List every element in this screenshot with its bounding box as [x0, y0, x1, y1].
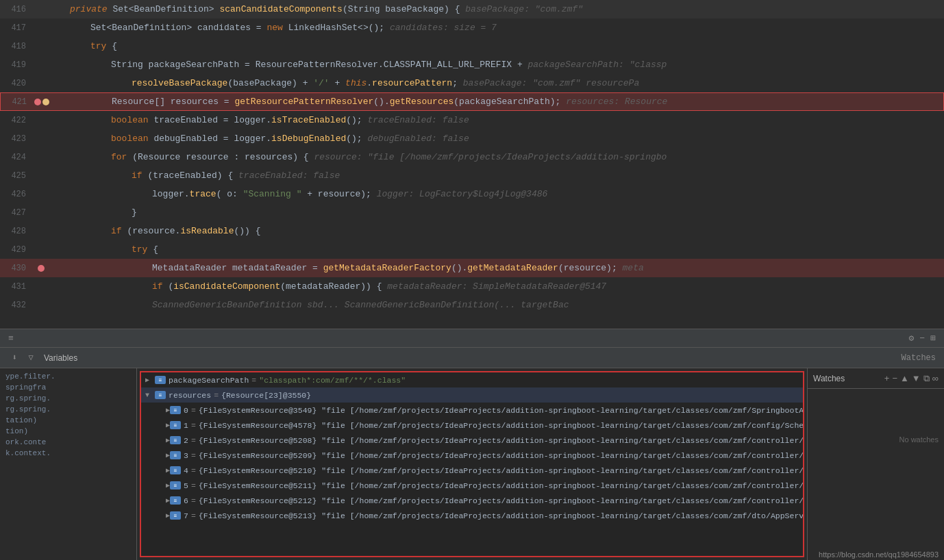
var-type-icon: ≡	[170, 421, 181, 429]
watches-panel: Watches + − ▲ ▼ ⧉ ∞ No watches	[807, 368, 944, 560]
breakpoint-icon	[38, 265, 45, 272]
line-gutter	[33, 265, 49, 272]
code-line-430[interactable]: 430MetadataReader metadataReader = getMe…	[0, 259, 944, 277]
remove-watch-button[interactable]: −	[892, 373, 897, 384]
equals: =	[191, 436, 196, 445]
left-panel-item: springfra	[0, 382, 136, 393]
var-type-icon: ≡	[170, 511, 181, 520]
var-type-icon: ≡	[170, 481, 181, 489]
resource-item-2[interactable]: ▶ ≡ 2 = {FileSystemResource@5208} "file …	[141, 433, 803, 448]
no-watches-text: No watches	[808, 430, 944, 449]
gear-icon[interactable]: ⚙	[909, 333, 915, 344]
var-resources-name: resources={Resource[23]@3550}	[169, 391, 311, 400]
minus-icon[interactable]: −	[919, 333, 925, 344]
line-number: 430	[0, 264, 33, 273]
code-line-432[interactable]: 432ScannedGenericBeanDefinition sbd... S…	[0, 296, 944, 314]
resource-item-1[interactable]: ▶ ≡ 1 = {FileSystemResource@4578} "file …	[141, 418, 803, 433]
resource-item-5[interactable]: ▶ ≡ 5 = {FileSystemResource@5211} "file …	[141, 478, 803, 493]
code-line-418[interactable]: 418try {	[0, 37, 944, 55]
var-type-icon: ≡	[170, 406, 181, 414]
line-content: for (Resource resource : resources) { re…	[49, 148, 944, 166]
infinite-watch-button[interactable]: ∞	[932, 373, 939, 384]
line-content: Set<BeanDefinition> candidates = new Lin…	[49, 18, 944, 37]
warning-icon	[42, 99, 49, 105]
watches-header-title: Watches	[813, 374, 845, 383]
debug-panel: ⬇ ▽ Variables Watches ype.filter.springf…	[0, 348, 944, 560]
var-type-icon: ≡	[170, 436, 181, 444]
filter-button[interactable]: ▽	[25, 352, 37, 364]
resource-item-6[interactable]: ▶ ≡ 6 = {FileSystemResource@5212} "file …	[141, 493, 803, 508]
item-index: 5	[184, 481, 188, 490]
line-number: 421	[1, 97, 34, 107]
var-package-search-path[interactable]: ▶ ≡ packageSearchPath="classpath*:com/zm…	[141, 372, 803, 387]
line-number: 417	[0, 23, 33, 33]
line-content: boolean debugEnabled = logger.isDebugEna…	[49, 129, 944, 148]
left-panel-item: tation)	[0, 415, 136, 426]
debug-main-panel: ▶ ≡ packageSearchPath="classpath*:com/zm…	[137, 368, 807, 560]
left-panel-item: rg.spring.	[0, 393, 136, 404]
code-line-419[interactable]: 419String packageSearchPath = ResourcePa…	[0, 55, 944, 74]
equals: =	[191, 496, 196, 505]
equals: =	[191, 466, 196, 475]
line-number: 418	[0, 42, 33, 51]
item-value: {FileSystemResource@5213} "file [/home/z…	[199, 511, 804, 520]
line-content: if (isCandidateComponent(metadataReader)…	[49, 277, 944, 296]
up-watch-button[interactable]: ▲	[900, 373, 909, 384]
var-type-icon: ≡	[155, 376, 166, 384]
code-line-421[interactable]: 421Resource[] resources = getResourcePat…	[0, 92, 944, 111]
code-line-424[interactable]: 424for (Resource resource : resources) {…	[0, 148, 944, 166]
item-value: {FileSystemResource@5212} "file [/home/z…	[199, 496, 804, 505]
step-down-button[interactable]: ⬇	[8, 352, 21, 364]
equals: =	[191, 451, 196, 460]
code-line-425[interactable]: 425if (traceEnabled) { traceEnabled: fal…	[0, 166, 944, 185]
code-line-416[interactable]: 416private Set<BeanDefinition> scanCandi…	[0, 0, 944, 18]
branding-text: https://blog.csdn.net/qq1984654893	[819, 550, 939, 559]
code-line-431[interactable]: 431if (isCandidateComponent(metadataRead…	[0, 277, 944, 296]
add-watch-button[interactable]: +	[884, 373, 890, 384]
copy-watch-button[interactable]: ⧉	[923, 373, 930, 384]
var-type-icon: ≡	[170, 466, 181, 474]
debug-header-left: ⬇ ▽ Variables	[8, 352, 902, 364]
line-content: logger.trace( o: "Scanning " + resource)…	[49, 185, 944, 203]
line-number: 416	[0, 5, 33, 14]
menu-icon: ≡	[8, 333, 14, 344]
debug-header: ⬇ ▽ Variables Watches	[0, 348, 944, 368]
line-number: 424	[0, 153, 33, 162]
code-line-428[interactable]: 428if (resource.isReadable()) {	[0, 222, 944, 240]
line-content: if (resource.isReadable()) {	[49, 222, 944, 240]
var-type-icon-2: ≡	[155, 391, 166, 399]
code-line-429[interactable]: 429try {	[0, 240, 944, 259]
resource-item-0[interactable]: ▶ ≡ 0 = {FileSystemResource@3549} "file …	[141, 403, 803, 418]
code-line-422[interactable]: 422boolean traceEnabled = logger.isTrace…	[0, 111, 944, 129]
resource-item-3[interactable]: ▶ ≡ 3 = {FileSystemResource@5209} "file …	[141, 448, 803, 463]
variables-area[interactable]: ▶ ≡ packageSearchPath="classpath*:com/zm…	[140, 371, 804, 557]
code-line-426[interactable]: 426logger.trace( o: "Scanning " + resour…	[0, 185, 944, 203]
item-index: 0	[184, 406, 188, 415]
code-line-427[interactable]: 427}	[0, 203, 944, 222]
item-value: {FileSystemResource@5210} "file [/home/z…	[199, 466, 804, 475]
resource-item-7[interactable]: ▶ ≡ 7 = {FileSystemResource@5213} "file …	[141, 508, 803, 523]
equals: =	[191, 481, 196, 490]
divider-left-icons: ≡	[8, 333, 14, 344]
item-value: {FileSystemResource@4578} "file [/home/z…	[199, 421, 804, 430]
equals: =	[191, 511, 196, 520]
expand-icon-down: ▼	[145, 392, 155, 399]
code-line-420[interactable]: 420resolveBasePackage(basePackage) + '/'…	[0, 74, 944, 92]
left-panel-item: ype.filter.	[0, 371, 136, 382]
code-line-417[interactable]: 417Set<BeanDefinition> candidates = new …	[0, 18, 944, 37]
watches-header: Watches + − ▲ ▼ ⧉ ∞	[808, 368, 944, 389]
line-content: private Set<BeanDefinition> scanCandidat…	[49, 0, 944, 18]
line-content: }	[49, 203, 944, 222]
down-watch-button[interactable]: ▼	[912, 373, 921, 384]
var-resources[interactable]: ▼ ≡ resources={Resource[23]@3550}	[141, 387, 803, 403]
code-line-423[interactable]: 423boolean debugEnabled = logger.isDebug…	[0, 129, 944, 148]
item-index: 7	[184, 511, 188, 520]
item-index: 3	[184, 451, 188, 460]
resource-item-4[interactable]: ▶ ≡ 4 = {FileSystemResource@5210} "file …	[141, 463, 803, 478]
left-panel-item: tion)	[0, 426, 136, 437]
grid-icon[interactable]: ⊞	[930, 333, 936, 344]
line-gutter	[34, 99, 50, 105]
item-index: 2	[184, 436, 188, 445]
line-number: 432	[0, 301, 33, 310]
debug-left-panel: ype.filter.springfrarg.spring.rg.spring.…	[0, 368, 137, 560]
